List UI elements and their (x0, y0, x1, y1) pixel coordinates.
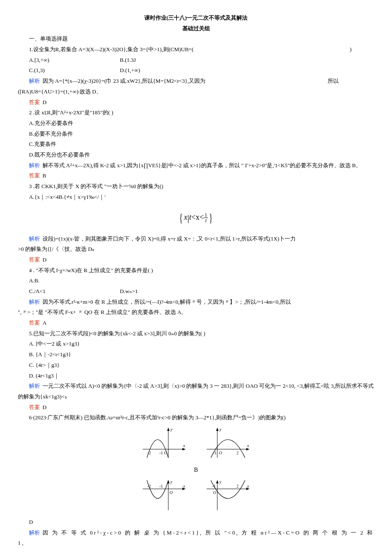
svg-text:2: 2 (236, 484, 239, 488)
svg-text:-1: -1 (159, 484, 163, 488)
q1-stem-text: 1.设全集为R,若集合 A=3(X—2)(X-3)2O},集合 3={中>1),… (29, 46, 193, 52)
q2-stem: 2 .设 x£R,则"Λ²+x-2XΓ'是"185"的( ) (18, 108, 374, 118)
svg-marker-1 (182, 448, 185, 450)
q3-math-display: {x|t<x<1t} (18, 206, 374, 229)
q2-opt-b: B.必要不充分条件 (18, 129, 374, 139)
q5-analysis-text: 一元二次不等式以 Λ)<0 的解集为{中〈-2 或 Λ>3],则〈x)>0 的解… (18, 383, 374, 400)
q3-answer: 答案 D (18, 255, 374, 265)
svg-text:y: y (170, 479, 173, 484)
q3-analysis-line1: 解析 设段)=(1x)(x-皆，则其图象开口向下，令贝 X)=0,得 x=r 或… (18, 234, 374, 244)
q5-answer: 答案 D (18, 402, 374, 413)
analysis-label: 解析 (29, 299, 40, 305)
svg-text:-2: -2 (147, 484, 151, 488)
svg-text:y: y (219, 427, 222, 432)
svg-text:-2: -2 (147, 450, 151, 455)
q4-analysis-text1: 因为不等式.r²-κ+m>0 在 R 上恒成立，所以/=(—I)?-4m<0,解… (43, 299, 291, 305)
q3-analysis-text1: 设段)=(1x)(x-皆，则其图象开口向下，令贝 X)=0,得 x=r 或 X=… (43, 235, 296, 242)
q5-options: A. [中<一2 或 x>1g3} B. {Λ｜-2<ι<1g3} C. {4r… (18, 339, 374, 381)
svg-text:O: O (219, 450, 222, 455)
section-heading: 一、单项选择题 (18, 34, 374, 44)
q4-analysis-line2: ",〃>；"是 "不等式 F-x+ 〃 QO 在 R 上恒成立" 的充要条件。故… (18, 307, 374, 318)
q5-stem: 5.已知一元二次不等式段)<0 的解集为{xk<-2 或 x>3],则川 0»0… (18, 328, 374, 339)
q1-opt-c: C.(1,3) (29, 65, 118, 76)
q2-analysis-text: 解不等式 Λ²+x—2X),得 K-2 或 x>1,因为{x∏VE5}是[中<-… (43, 162, 361, 169)
q1-options-row2: C.(1,3) D.(1,+∞) (18, 65, 374, 76)
svg-text:x: x (183, 443, 185, 448)
svg-text:-1: -1 (159, 450, 163, 455)
q2-analysis: 解析 解不等式 Λ²+x—2X),得 K-2 或 x>1,因为{x∏VE5}是[… (18, 160, 374, 171)
q2-answer: 答案 B (18, 171, 374, 181)
q4-answer-value: A (43, 320, 46, 326)
q4-options-row2: C./Λ<1 D.w»>1 (18, 286, 374, 297)
parabola-graph-d: -1 O 2 x y (205, 478, 251, 512)
analysis-label: 解析 (29, 529, 40, 536)
q4-answer: 答案 A (18, 318, 374, 328)
answer-label: 答案 (29, 256, 40, 263)
q4-opt-d: D.w»>1 (120, 286, 209, 297)
q3-analysis-line2: >0 的解集为{[/《〈技。故选 Dₒ (18, 244, 374, 255)
q5-opt-d: D. (4r<1g3｜ (18, 371, 374, 381)
analysis-label: 解析 (29, 235, 40, 242)
q2-answer-value: B (43, 172, 46, 179)
parabola-graph-b: -1 O 2 x y (205, 426, 251, 460)
q1-analysis-line2: ([RA)U8={ΛU>1}=(1,+∞)·故选 D。 (18, 87, 374, 97)
answer-label: 答案 (29, 320, 40, 326)
q5-analysis: 解析 一元二次不等式以 Λ)<0 的解集为{中〈-2 或 Λ>3],则〈x)>0… (18, 381, 374, 402)
q3-answer-value: D (43, 256, 46, 263)
svg-marker-10 (246, 448, 249, 450)
q1-close-paren: ) (350, 46, 352, 52)
q1-opt-d: D.(1,+∞) (120, 65, 209, 76)
svg-text:y: y (219, 479, 222, 484)
svg-text:x: x (183, 484, 185, 488)
svg-text:O: O (164, 450, 167, 455)
svg-text:x: x (247, 484, 249, 488)
svg-text:y: y (170, 427, 173, 432)
svg-text:O: O (213, 490, 216, 495)
analysis-label: 解析 (29, 78, 40, 84)
q2-opt-d: D.既不充分也不必要条件 (18, 150, 374, 160)
q2-opt-c: C.充要条件 (18, 139, 374, 150)
svg-marker-3 (167, 428, 170, 431)
q6-analysis: 解析 因 为 不 等 式 0r²-χ-c>0 的 解 桌 为 {M-2<r<1}… (18, 528, 374, 549)
svg-text:2: 2 (236, 450, 239, 455)
q6-analysis-text: 因 为 不 等 式 0r²-χ-c>0 的 解 桌 为 {M-2<r<1}, 所… (18, 529, 374, 546)
q6-stem: 6·(2023·广东广州期末) 已知函数./ω=αr²r-c,且不等式加ᶦr-c… (18, 413, 374, 423)
parabola-graph-a: -2 O -1 x y (141, 426, 187, 460)
svg-text:x: x (247, 443, 249, 448)
q4-stem: 4 . "不等式 f-χ+/wX)在 R 上恒成立" 的充要条件是( ) (18, 265, 374, 276)
parabola-graph-c: -2 O -1 x y (141, 478, 187, 512)
q5-opt-b: B. {Λ｜-2<ι<1g3} (18, 349, 374, 360)
q4-analysis-line1: 解析 因为不等式.r²-κ+m>0 在 R 上恒成立，所以/=(—I)?-4m<… (18, 297, 374, 308)
q6-label-d: D (18, 517, 374, 528)
page-subtitle: 基础过关组 (18, 23, 374, 34)
q1-analysis-text-tail: 所以 (328, 78, 339, 84)
svg-text:-1: -1 (213, 450, 216, 455)
svg-text:-1: -1 (212, 484, 216, 488)
q6-graph-row1: -2 O -1 x y -1 O 2 x y (18, 426, 374, 464)
q5-opt-a: A. [中<一2 或 x>1g3} (18, 339, 374, 349)
svg-text:O: O (170, 490, 173, 495)
q1-stem: 1.设全集为R,若集合 A=3(X—2)(X-3)2O},集合 3={中>1),… (18, 44, 374, 55)
q1-answer: 答案 D (18, 97, 374, 108)
answer-label: 答案 (29, 172, 40, 179)
q3-stem: 3 .若 CKK1,则关于 X 的不等式 "一劝卜一%0 的解集为() (18, 181, 374, 192)
answer-label: 答案 (29, 404, 40, 410)
q6-label-b: B (18, 465, 374, 476)
svg-marker-30 (216, 480, 219, 483)
q1-options-row1: A.[3,+∞) B.(1.3J (18, 55, 374, 66)
q4-opt-c: C./Λ<1 (29, 286, 118, 297)
q1-answer-value: D (43, 99, 46, 105)
q1-analysis-line1: 解析 因为 A={*(x—2)(χ-3)20}=(巾 23 或.xW2},所以{… (18, 76, 374, 87)
answer-label: 答案 (29, 99, 40, 105)
q3-opt-ab: A.{x｜:<x<4B.{≠x｜x>γ1‰</｜' (18, 192, 374, 203)
set-expression: {x|t<x<1t} (178, 206, 214, 229)
q5-answer-value: D (43, 404, 46, 410)
q1-analysis-text1: 因为 A={*(x—2)(χ-3)20}=(巾 23 或.xW2},所以{M={… (43, 78, 205, 84)
svg-marker-12 (216, 428, 219, 431)
q6-graph-row2: -2 O -1 x y -1 O 2 x y (18, 478, 374, 516)
q1-opt-a: A.[3,+∞) (29, 55, 118, 66)
q5-opt-c: C. {4r>｜g3} (18, 360, 374, 371)
q1-opt-b: B.(1.3J (120, 55, 209, 66)
analysis-label: 解析 (29, 162, 40, 169)
q4-opt-ab: A.B. (18, 276, 374, 286)
